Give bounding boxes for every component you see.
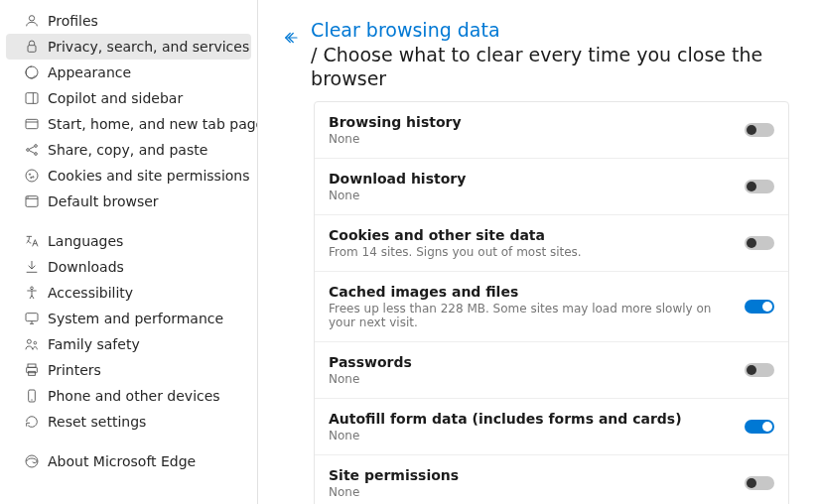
sidebar-item-profiles[interactable]: Profiles <box>6 8 251 34</box>
toggle-download-history[interactable] <box>745 180 774 193</box>
sidebar-item-family[interactable]: Family safety <box>6 331 251 357</box>
arrow-left-icon <box>282 29 300 47</box>
sidebar-item-label: Start, home, and new tab page <box>48 116 258 132</box>
paint-icon <box>24 64 40 80</box>
toggle-site-perms[interactable] <box>745 476 774 490</box>
option-title: Cookies and other site data <box>329 227 582 243</box>
sidebar-item-label: Phone and other devices <box>48 388 220 404</box>
clear-on-close-panel: Browsing historyNoneDownload historyNone… <box>314 101 789 504</box>
sidebar-item-about[interactable]: About Microsoft Edge <box>6 448 251 474</box>
sidebar-item-share[interactable]: Share, copy, and paste <box>6 137 251 163</box>
back-button[interactable] <box>278 24 303 52</box>
sidebar-item-label: About Microsoft Edge <box>48 453 196 469</box>
option-desc: None <box>329 372 412 386</box>
sidebar-item-default[interactable]: Default browser <box>6 189 251 214</box>
sidebar-item-label: Accessibility <box>48 285 133 301</box>
sidebar-item-privacy[interactable]: Privacy, search, and services <box>6 34 251 60</box>
sidebar-item-label: Printers <box>48 362 101 378</box>
toggle-knob <box>747 478 756 488</box>
sidebar-item-label: Privacy, search, and services <box>48 39 249 55</box>
sidebar-item-label: Copilot and sidebar <box>48 90 183 106</box>
person-icon <box>24 13 40 29</box>
phone-icon <box>24 388 40 404</box>
sidebar-item-cookies[interactable]: Cookies and site permissions <box>6 163 251 189</box>
option-row-passwords: PasswordsNone <box>315 342 788 399</box>
option-title: Passwords <box>329 354 412 370</box>
accessibility-icon <box>24 285 40 301</box>
option-row-cached: Cached images and filesFrees up less tha… <box>315 272 788 342</box>
toggle-browsing-history[interactable] <box>745 123 774 137</box>
sidebar-item-printers[interactable]: Printers <box>6 357 251 383</box>
page-header: Clear browsing data Choose what to clear… <box>278 18 789 91</box>
sidebar-item-phone[interactable]: Phone and other devices <box>6 383 251 409</box>
toggle-knob <box>747 238 756 248</box>
sidebar-item-label: System and performance <box>48 311 223 326</box>
sidebar-item-label: Reset settings <box>48 414 146 430</box>
toggle-knob <box>747 125 756 135</box>
option-title: Download history <box>329 171 466 187</box>
option-row-autofill: Autofill form data (includes forms and c… <box>315 399 788 455</box>
option-title: Cached images and files <box>329 284 726 300</box>
sidebar-item-languages[interactable]: Languages <box>6 228 251 254</box>
toggle-knob <box>747 182 756 191</box>
sidebar-item-label: Appearance <box>48 64 131 80</box>
browser-icon <box>24 193 40 209</box>
settings-sidebar: ProfilesPrivacy, search, and servicesApp… <box>0 0 258 504</box>
family-icon <box>24 336 40 352</box>
sidebar-item-start[interactable]: Start, home, and new tab page <box>6 111 251 137</box>
sidebar-item-system[interactable]: System and performance <box>6 306 251 331</box>
option-row-site-perms: Site permissionsNone <box>315 455 788 504</box>
sidebar-item-label: Cookies and site permissions <box>48 168 250 184</box>
toggle-passwords[interactable] <box>745 363 774 377</box>
option-desc: None <box>329 189 466 202</box>
sidebar-item-appearance[interactable]: Appearance <box>6 60 251 85</box>
toggle-knob <box>747 365 756 375</box>
sidebar-item-accessibility[interactable]: Accessibility <box>6 280 251 306</box>
download-icon <box>24 259 40 275</box>
sidebar-item-reset[interactable]: Reset settings <box>6 409 251 435</box>
sidebar-icon <box>24 90 40 106</box>
settings-main: Clear browsing data Choose what to clear… <box>258 0 819 504</box>
option-title: Browsing history <box>329 114 462 130</box>
lock-icon <box>24 39 40 55</box>
printer-icon <box>24 362 40 378</box>
option-desc: From 14 sites. Signs you out of most sit… <box>329 245 582 259</box>
system-icon <box>24 311 40 326</box>
sidebar-item-label: Default browser <box>48 193 159 209</box>
option-desc: None <box>329 485 459 499</box>
sidebar-item-label: Downloads <box>48 259 124 275</box>
cookies-icon <box>24 168 40 184</box>
toggle-knob <box>762 422 772 432</box>
sidebar-item-label: Profiles <box>48 13 98 29</box>
sidebar-item-label: Family safety <box>48 336 140 352</box>
tab-icon <box>24 116 40 132</box>
toggle-cached[interactable] <box>745 300 774 314</box>
option-desc: Frees up less than 228 MB. Some sites ma… <box>329 302 726 329</box>
reset-icon <box>24 414 40 430</box>
sidebar-item-label: Share, copy, and paste <box>48 142 207 158</box>
option-row-download-history: Download historyNone <box>315 159 788 215</box>
option-title: Autofill form data (includes forms and c… <box>329 411 682 427</box>
option-row-browsing-history: Browsing historyNone <box>315 102 788 159</box>
toggle-knob <box>762 302 772 312</box>
lang-icon <box>24 233 40 249</box>
breadcrumb-link[interactable]: Clear browsing data <box>311 18 789 43</box>
option-desc: None <box>329 429 682 442</box>
option-row-cookies: Cookies and other site dataFrom 14 sites… <box>315 215 788 272</box>
option-desc: None <box>329 132 462 146</box>
toggle-cookies[interactable] <box>745 236 774 250</box>
sidebar-item-copilot[interactable]: Copilot and sidebar <box>6 85 251 111</box>
edge-icon <box>24 453 40 469</box>
option-title: Site permissions <box>329 467 459 483</box>
sidebar-item-downloads[interactable]: Downloads <box>6 254 251 280</box>
share-icon <box>24 142 40 158</box>
page-title: Choose what to clear every time you clos… <box>311 43 789 91</box>
toggle-autofill[interactable] <box>745 420 774 434</box>
sidebar-item-label: Languages <box>48 233 123 249</box>
